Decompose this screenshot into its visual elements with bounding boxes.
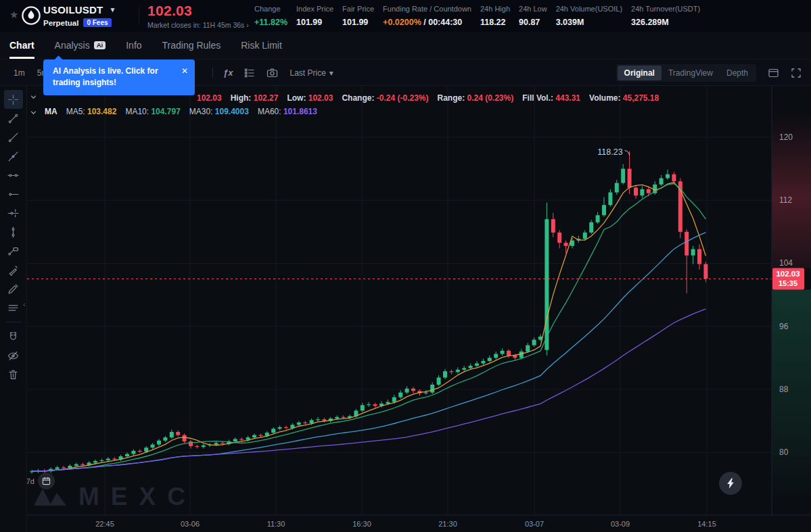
svg-text:96: 96 <box>779 322 789 331</box>
ohlc-legend-collapse-icon[interactable] <box>30 93 37 101</box>
svg-text:14:15: 14:15 <box>697 520 716 528</box>
horizontal-line-tool[interactable] <box>4 166 23 185</box>
legend-item: High: 102.27 <box>231 91 279 103</box>
header-stat: Fair Price101.99 <box>342 5 374 27</box>
svg-text:03-06: 03-06 <box>181 520 200 528</box>
remove-drawings-tool[interactable] <box>4 365 23 384</box>
header-stats: Change+11.82%Index Price101.99Fair Price… <box>254 5 700 27</box>
contract-header: ★ USOILUSDT ▼ Perpetual 0 Fees 102.03 Ma… <box>0 0 811 32</box>
ma-legend-item: MA5: 103.482 <box>66 107 117 116</box>
view-mode-depth[interactable]: Depth <box>720 66 755 80</box>
svg-text:15:35: 15:35 <box>779 279 797 287</box>
horizontal-ray-tool[interactable] <box>4 185 23 203</box>
brush-tool[interactable] <box>4 260 23 279</box>
svg-text:03-09: 03-09 <box>611 520 630 528</box>
ma-legend-item: MA10: 104.797 <box>125 107 180 116</box>
trend-line-tool[interactable] <box>4 109 23 128</box>
tab-chart[interactable]: Chart <box>9 32 34 59</box>
svg-text:120: 120 <box>779 132 793 142</box>
legend-item: 102.03 <box>197 91 222 103</box>
svg-text:21:30: 21:30 <box>438 520 457 528</box>
legend-item: Fill Vol.: 443.31 <box>522 91 580 103</box>
svg-text:11:30: 11:30 <box>267 520 285 528</box>
svg-text:112: 112 <box>779 195 792 205</box>
marker-brush-tool[interactable] <box>4 279 23 298</box>
ai-analysis-tooltip[interactable]: AI Analysis is live. Click for trading i… <box>43 59 195 95</box>
last-price: 102.03 <box>147 3 249 19</box>
extended-line-tool[interactable] <box>4 147 23 166</box>
header-stat: Change+11.82% <box>254 5 287 27</box>
svg-text:88: 88 <box>779 385 789 394</box>
header-stat: 24h Turnover(USDT)326.289M <box>631 5 700 27</box>
display-settings-icon[interactable] <box>244 68 255 78</box>
cross-line-tool[interactable] <box>4 203 23 222</box>
toolbar-divider <box>212 68 213 78</box>
price-label-tool[interactable] <box>4 241 23 260</box>
vertical-line-tool[interactable] <box>4 222 23 241</box>
drawing-toolbar <box>0 86 27 532</box>
header-divider <box>139 7 139 25</box>
toolbar-collapse-handle[interactable]: ‹ <box>23 300 26 308</box>
screenshot-camera-icon[interactable] <box>267 68 278 78</box>
svg-text:03-07: 03-07 <box>525 520 544 528</box>
svg-text:16:30: 16:30 <box>352 520 371 528</box>
chart-view-mode-switch: OriginalTradingViewDepth <box>616 64 756 82</box>
tooltip-close-icon[interactable]: ✕ <box>181 66 188 76</box>
panel-layout-icon[interactable] <box>768 68 779 78</box>
symbol-dropdown-caret-icon[interactable]: ▼ <box>109 6 116 14</box>
svg-text:104: 104 <box>779 258 793 268</box>
indicators-fx-icon[interactable]: ƒx <box>223 68 233 78</box>
market-closes-countdown[interactable]: Market closes in: 11H 45m 36s › <box>147 21 249 29</box>
header-stat: 24h Volume(USOIL)3.039M <box>556 5 622 27</box>
hide-drawings-tool[interactable] <box>4 346 23 365</box>
chevron-down-icon: ▾ <box>329 68 333 78</box>
tooltip-text-line1: AI Analysis is live. Click for <box>53 66 175 77</box>
contract-type-label: Perpetual <box>43 19 78 27</box>
timeframe-1m[interactable]: 1m <box>14 68 25 78</box>
quick-trade-flash-button[interactable] <box>719 472 742 495</box>
price-source-selector[interactable]: Last Price▾ <box>289 68 333 78</box>
view-mode-original[interactable]: Original <box>618 66 662 80</box>
legend-item: Change: -0.24 (-0.23%) <box>342 91 428 103</box>
tooltip-text-line2: trading insights! <box>53 77 175 89</box>
symbol-name[interactable]: USOILUSDT <box>43 4 103 16</box>
legend-item: Range: 0.24 (0.23%) <box>437 91 513 103</box>
header-stat: 24h Low90.87 <box>519 5 547 27</box>
parallel-lines-tool[interactable] <box>4 298 23 317</box>
usoil-logo <box>21 5 41 28</box>
svg-text:118.23: 118.23 <box>597 147 622 157</box>
crosshair-tool[interactable] <box>4 90 23 109</box>
toolbar-divider <box>6 322 21 322</box>
ma-legend-item: MA30: 109.4003 <box>189 107 249 116</box>
price-chart-canvas[interactable]: 102.0315:35118.2312011210496888022:4503-… <box>0 86 811 532</box>
favorite-star-icon[interactable]: ★ <box>9 9 18 21</box>
tab-info[interactable]: Info <box>126 32 141 59</box>
lightning-icon <box>726 478 735 489</box>
tab-risk-limit[interactable]: Risk Limit <box>241 32 282 59</box>
header-stat: 24h High118.22 <box>480 5 510 27</box>
ai-badge: Ai <box>94 41 106 50</box>
header-stat: Index Price101.99 <box>296 5 333 27</box>
legend-item: Low: 102.03 <box>287 91 333 103</box>
ma-legend-collapse-icon[interactable] <box>30 109 37 116</box>
tab-trading-rules[interactable]: Trading Rules <box>162 32 221 59</box>
tab-analysis[interactable]: AnalysisAi <box>55 32 106 59</box>
ma-legend-item: MA60: 101.8613 <box>258 107 317 116</box>
ohlc-legend: 102.03High: 102.27Low: 102.03Change: -0.… <box>197 91 659 103</box>
ma-legend: MA MA5: 103.482MA10: 104.797MA30: 109.40… <box>45 107 317 116</box>
zero-fees-badge: 0 Fees <box>83 18 111 27</box>
header-stat: Funding Rate / Countdown+0.0200% / 00:44… <box>383 5 471 27</box>
magnet-tool[interactable] <box>4 327 23 346</box>
ray-tool[interactable] <box>4 128 23 147</box>
fullscreen-icon[interactable] <box>791 68 802 78</box>
svg-text:22:45: 22:45 <box>95 520 114 528</box>
svg-text:80: 80 <box>779 448 789 457</box>
view-mode-tradingview[interactable]: TradingView <box>662 66 720 80</box>
legend-item: Volume: 45,275.18 <box>589 91 659 103</box>
svg-text:102.03: 102.03 <box>776 270 800 278</box>
page-tabs: ChartAnalysisAiInfoTrading RulesRisk Lim… <box>0 32 811 59</box>
ma-legend-title: MA <box>45 107 57 116</box>
